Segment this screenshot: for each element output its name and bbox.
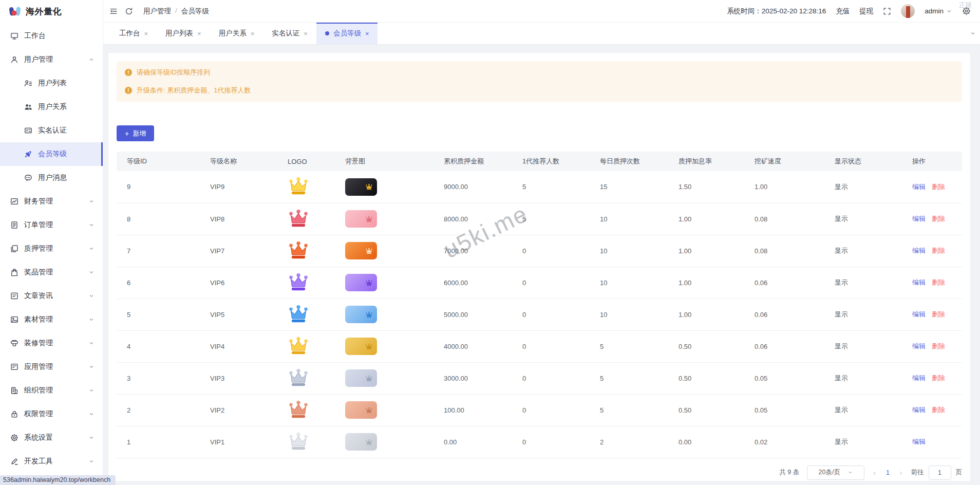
page-number-1[interactable]: 1 [884, 469, 891, 476]
sidebar-item-19[interactable]: 开发工具 [0, 450, 103, 473]
edit-link[interactable]: 编辑 [912, 406, 926, 414]
cell-level-name: VIP4 [200, 330, 277, 362]
edit-link[interactable]: 编辑 [912, 278, 926, 286]
chevron-down-icon [88, 269, 95, 275]
sidebar-item-1[interactable]: 工作台 [0, 24, 103, 48]
plus-icon: + [125, 130, 129, 137]
delete-link[interactable]: 删除 [932, 310, 945, 318]
page-size-select[interactable]: 20条/页 [807, 465, 864, 480]
user-menu[interactable]: admin [925, 7, 952, 15]
cell-bg-image [335, 299, 434, 330]
tab-2[interactable]: 用户列表× [157, 23, 210, 44]
cell-actions: 编辑删除 [902, 299, 962, 330]
sidebar-item-8[interactable]: 财务管理 [0, 190, 103, 213]
tab-4[interactable]: 实名认证× [263, 23, 316, 44]
sidebar-item-label: 装修管理 [24, 339, 83, 348]
close-icon[interactable]: × [365, 30, 369, 38]
delete-link[interactable]: 删除 [932, 247, 945, 254]
edit-link[interactable]: 编辑 [912, 183, 926, 191]
sidebar-item-10[interactable]: 质押管理 [0, 237, 103, 260]
sidebar-item-5[interactable]: 实名认证 [0, 119, 103, 142]
chevron-down-icon [88, 316, 95, 323]
edit-link[interactable]: 编辑 [912, 438, 926, 445]
delete-link[interactable]: 删除 [932, 406, 945, 414]
breadcrumb-parent[interactable]: 用户管理 [143, 7, 171, 16]
sidebar-item-17[interactable]: 权限管理 [0, 402, 103, 426]
cell-amount: 100.00 [434, 394, 512, 426]
delete-link[interactable]: 删除 [932, 183, 945, 191]
pledge-icon [10, 245, 18, 253]
tab-5[interactable]: 会员等级× [316, 23, 378, 44]
tab-bar: 工作台×用户列表×用户关系×实名认证×会员等级× [103, 23, 980, 45]
goto-page-input[interactable] [929, 465, 951, 480]
delete-link[interactable]: 删除 [932, 215, 945, 222]
sidebar-item-15[interactable]: 应用管理 [0, 355, 103, 379]
sidebar-item-label: 质押管理 [24, 244, 83, 253]
cell-logo [277, 299, 335, 330]
sidebar-item-16[interactable]: 组织管理 [0, 379, 103, 402]
withdraw-link[interactable]: 提现 [859, 7, 873, 16]
edit-link[interactable]: 编辑 [912, 342, 926, 350]
warning-alert: !请确保等级ID按顺序排列!升级条件: 累积质押金额、1代推荐人数 [117, 61, 962, 102]
edit-link[interactable]: 编辑 [912, 247, 926, 254]
tab-3[interactable]: 用户关系× [210, 23, 263, 44]
sidebar-item-11[interactable]: 奖品管理 [0, 260, 103, 284]
avatar[interactable] [901, 4, 915, 18]
sidebar-item-14[interactable]: 装修管理 [0, 331, 103, 355]
tab-1[interactable]: 工作台× [110, 23, 157, 44]
sidebar-item-13[interactable]: 素材管理 [0, 308, 103, 331]
cell-gen1-referrals: 0 [512, 426, 590, 458]
cell-mining-speed: 0.08 [744, 203, 824, 235]
column-header: 挖矿速度 [744, 152, 824, 171]
sidebar-item-label: 财务管理 [24, 197, 83, 206]
cell-interest-rate: 1.00 [668, 203, 744, 235]
cell-daily-pledge-count: 2 [590, 426, 668, 458]
next-page-button[interactable]: › [899, 469, 903, 477]
cell-actions: 编辑 [902, 426, 962, 458]
refresh-icon[interactable] [125, 7, 133, 15]
main-column: 用户管理 / 会员等级 系统时间：2025-02-20 12:28:16 充值 … [103, 0, 980, 485]
cell-mining-speed: 0.05 [744, 394, 824, 426]
chevron-down-icon [88, 458, 95, 464]
crown-logo-image [288, 304, 309, 324]
cell-gen1-referrals: 0 [512, 330, 590, 362]
edit-link[interactable]: 编辑 [912, 215, 926, 222]
edit-link[interactable]: 编辑 [912, 374, 926, 382]
close-icon[interactable]: × [197, 30, 201, 38]
prev-page-button[interactable]: ‹ [872, 469, 877, 477]
sidebar-item-label: 应用管理 [24, 362, 83, 371]
fullscreen-icon[interactable] [883, 7, 891, 15]
sidebar-item-4[interactable]: 用户关系 [0, 95, 103, 119]
chevron-down-icon [88, 364, 95, 370]
recharge-link[interactable]: 充值 [836, 7, 850, 16]
order-icon [10, 221, 18, 229]
sidebar-item-12[interactable]: 文章资讯 [0, 284, 103, 308]
delete-link[interactable]: 删除 [932, 374, 945, 382]
cell-level-name: VIP5 [200, 299, 277, 330]
delete-link[interactable]: 删除 [932, 342, 945, 350]
cell-level-id: 2 [117, 394, 200, 426]
sidebar-item-9[interactable]: 订单管理 [0, 213, 103, 237]
chevron-down-icon [847, 470, 853, 475]
sidebar-item-6[interactable]: 会员等级 [0, 142, 103, 166]
edit-link[interactable]: 编辑 [912, 310, 926, 318]
sidebar-item-18[interactable]: 系统设置 [0, 426, 103, 450]
collapse-sidebar-icon[interactable] [109, 7, 118, 15]
background-card-image [345, 338, 377, 355]
message-icon [24, 174, 32, 182]
close-icon[interactable]: × [144, 30, 148, 38]
close-icon[interactable]: × [304, 30, 308, 38]
tab-list-chevron-icon[interactable] [970, 30, 976, 36]
sidebar-item-3[interactable]: 用户列表 [0, 71, 103, 95]
delete-link[interactable]: 删除 [932, 278, 945, 286]
breadcrumb: 用户管理 / 会员等级 [143, 7, 209, 16]
cell-level-id: 3 [117, 362, 200, 394]
cell-bg-image [335, 330, 434, 362]
close-icon[interactable]: × [251, 30, 255, 38]
add-button[interactable]: + 新增 [117, 125, 154, 141]
sidebar-item-2[interactable]: 用户管理 [0, 48, 103, 71]
topbar-right: 系统时间：2025-02-20 12:28:16 充值 提现 admin [727, 4, 971, 18]
sidebar-item-7[interactable]: 用户消息 [0, 166, 103, 190]
active-tab-dot [325, 31, 329, 35]
cell-logo [277, 362, 335, 394]
